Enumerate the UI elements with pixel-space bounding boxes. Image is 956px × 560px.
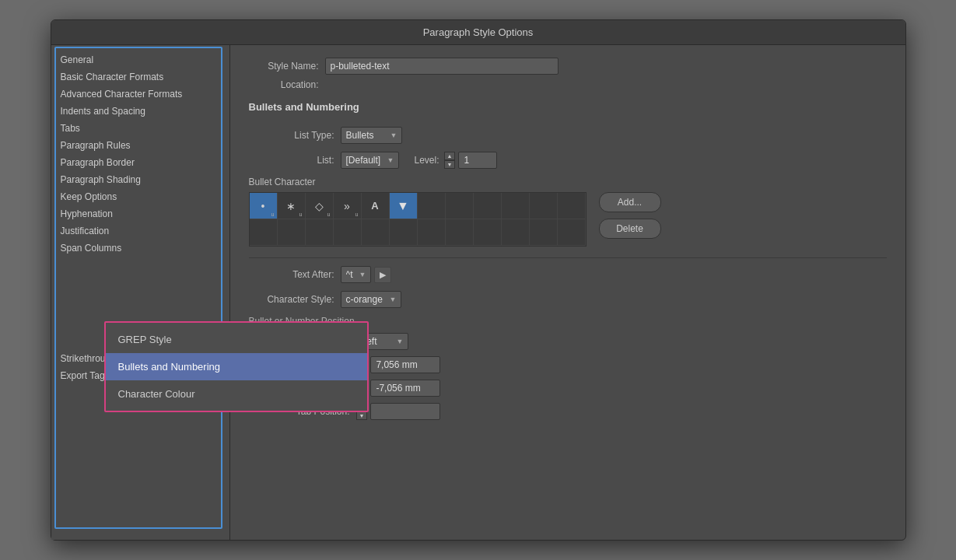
bullet-cell-12[interactable] [250, 219, 278, 246]
bullet-cell-0[interactable]: • u [250, 193, 278, 219]
text-after-row: Text After: ^t ▶ [249, 266, 887, 283]
first-line-indent-input[interactable] [370, 380, 440, 397]
bullet-cell-3[interactable]: » u [334, 193, 362, 219]
char-style-label: Character Style: [249, 294, 334, 305]
style-name-row: Style Name: [249, 58, 887, 75]
list-label: List: [249, 155, 334, 166]
tab-position-spinner: ▲ ▼ [356, 403, 441, 420]
dialog-titlebar: Paragraph Style Options [51, 20, 905, 45]
bullet-cell-9[interactable] [502, 193, 530, 219]
bullet-grid-row: • u ∗ u ◇ u » u [249, 192, 887, 247]
list-type-select[interactable]: Bullets Numbers None [341, 127, 402, 144]
bullets-numbering-title: Bullets and Numbering [249, 101, 887, 116]
bullet-cell-4[interactable]: A [362, 193, 390, 219]
bullet-cell-2[interactable]: ◇ u [306, 193, 334, 219]
popup-item-grep-style[interactable]: GREP Style [106, 326, 367, 353]
sidebar-item-justification[interactable]: Justification [51, 222, 229, 240]
popup-item-character-colour[interactable]: Character Colour [106, 380, 367, 408]
bullet-cell-20[interactable] [474, 219, 502, 246]
list-type-label: List Type: [249, 130, 334, 141]
bullet-cell-7[interactable] [446, 193, 474, 219]
bullet-cell-16[interactable] [362, 219, 390, 246]
style-name-input[interactable] [325, 58, 559, 75]
sidebar-item-basic-char[interactable]: Basic Character Formats [51, 68, 229, 86]
sidebar: General Basic Character Formats Advanced… [51, 45, 230, 540]
paragraph-style-options-dialog: Paragraph Style Options General Basic Ch… [51, 19, 906, 541]
text-after-label: Text After: [249, 269, 334, 280]
dialog-body: General Basic Character Formats Advanced… [51, 45, 905, 540]
dialog-title: Paragraph Style Options [423, 26, 534, 38]
text-after-select[interactable]: ^t [341, 266, 371, 283]
char-style-row: Character Style: c-orange [None] [249, 291, 887, 308]
level-spin-up[interactable]: ▲ [444, 152, 456, 160]
sidebar-item-tabs[interactable]: Tabs [51, 120, 229, 137]
main-content: Style Name: Location: Bullets and Number… [230, 45, 905, 540]
list-type-select-wrapper: Bullets Numbers None [341, 127, 402, 144]
list-select[interactable]: [Default] [341, 152, 399, 169]
sidebar-item-keep-options[interactable]: Keep Options [51, 188, 229, 205]
bullet-cell-1[interactable]: ∗ u [278, 193, 306, 219]
sidebar-item-paragraph-rules[interactable]: Paragraph Rules [51, 137, 229, 154]
bullet-cell-11[interactable] [558, 193, 586, 219]
bullet-cell-23[interactable] [558, 219, 586, 246]
bullet-cell-10[interactable] [530, 193, 558, 219]
location-row: Location: [249, 79, 887, 90]
popup-group: GREP Style Bullets and Numbering Charact… [104, 321, 369, 412]
bullet-cell-21[interactable] [502, 219, 530, 246]
level-label: Level: [415, 155, 439, 166]
char-style-select-wrapper: c-orange [None] [341, 291, 401, 308]
bullet-cell-6[interactable] [418, 193, 446, 219]
delete-button[interactable]: Delete [599, 219, 661, 239]
level-spin-down[interactable]: ▼ [444, 160, 456, 169]
list-select-wrapper: [Default] [341, 152, 399, 169]
level-spinner: ▲ ▼ [444, 152, 498, 169]
sidebar-item-general[interactable]: General [51, 51, 229, 68]
text-after-arrow-btn[interactable]: ▶ [374, 267, 391, 283]
sidebar-item-paragraph-border[interactable]: Paragraph Border [51, 154, 229, 171]
bullet-cell-18[interactable] [418, 219, 446, 246]
first-line-indent-spinner: ▲ ▼ [356, 380, 441, 397]
level-row: Level: ▲ ▼ [415, 152, 498, 169]
bullet-char-section: Bullet Character • u ∗ u ◇ [249, 177, 887, 247]
bullet-cell-5[interactable]: ▼ [390, 193, 418, 219]
level-input[interactable] [458, 152, 497, 169]
bullet-cell-13[interactable] [278, 219, 306, 246]
tab-position-spin-down[interactable]: ▼ [356, 411, 368, 420]
text-after-select-wrapper: ^t [341, 266, 371, 283]
bullet-cell-22[interactable] [530, 219, 558, 246]
style-name-label: Style Name: [249, 61, 319, 72]
bullet-cell-17[interactable] [390, 219, 418, 246]
bullet-char-title: Bullet Character [249, 177, 887, 187]
sidebar-item-paragraph-shading[interactable]: Paragraph Shading [51, 171, 229, 188]
sidebar-item-advanced-char[interactable]: Advanced Character Formats [51, 86, 229, 103]
list-type-row: List Type: Bullets Numbers None [249, 127, 887, 144]
char-style-select[interactable]: c-orange [None] [341, 291, 401, 308]
bullet-char-grid: • u ∗ u ◇ u » u [249, 192, 587, 247]
sidebar-item-hyphenation[interactable]: Hyphenation [51, 205, 229, 222]
bullet-side-buttons: Add... Delete [599, 192, 661, 239]
list-level-row: List: [Default] Level: ▲ ▼ [249, 152, 887, 169]
left-indent-input[interactable] [370, 356, 440, 373]
sidebar-item-indents-spacing[interactable]: Indents and Spacing [51, 103, 229, 120]
location-label: Location: [249, 79, 319, 90]
left-indent-spinner: ▲ ▼ [356, 356, 441, 373]
level-spinner-buttons: ▲ ▼ [444, 152, 456, 169]
sidebar-item-span-columns[interactable]: Span Columns [51, 240, 229, 257]
bullet-cell-15[interactable] [334, 219, 362, 246]
popup-item-bullets-numbering[interactable]: Bullets and Numbering [106, 353, 367, 380]
divider [249, 257, 887, 258]
bullet-cell-8[interactable] [474, 193, 502, 219]
bullet-cell-19[interactable] [446, 219, 474, 246]
bullet-cell-14[interactable] [306, 219, 334, 246]
tab-position-input[interactable] [370, 403, 440, 420]
add-button[interactable]: Add... [599, 192, 661, 212]
